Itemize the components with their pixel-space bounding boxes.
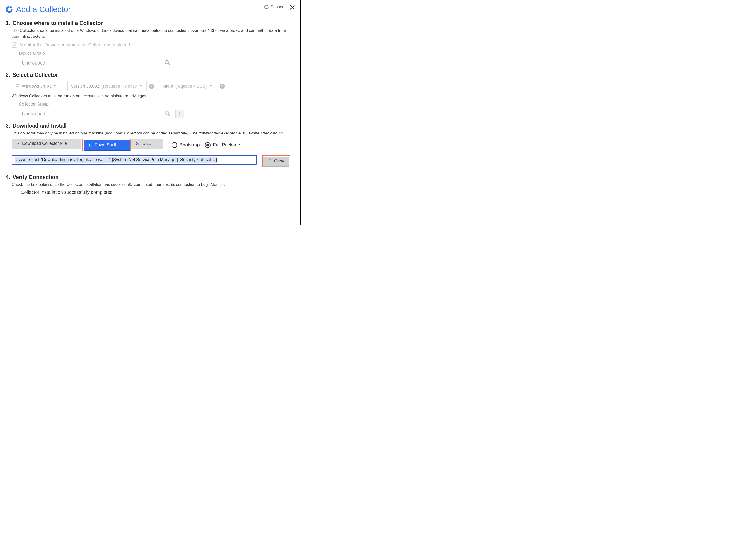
command-text: cls;write-host "Downloading installer, p… xyxy=(15,157,217,163)
step-4-heading: 4. Verify Connection xyxy=(6,174,295,180)
svg-rect-17 xyxy=(17,86,19,87)
svg-point-8 xyxy=(265,6,267,8)
support-label: Support xyxy=(271,5,284,9)
help-icon: ? xyxy=(221,84,223,88)
step-2-heading: 2. Select a Collector xyxy=(6,72,295,78)
radio-bootstrap-label: Bootstrap xyxy=(179,142,200,148)
checkbox-icon xyxy=(12,42,17,47)
device-group-select[interactable]: Ungrouped xyxy=(19,58,173,68)
step-2-num: 2. xyxy=(6,72,10,78)
plus-icon: + xyxy=(178,111,181,117)
copy-highlight: Copy xyxy=(262,155,290,167)
install-complete-label: Collector installation successfully comp… xyxy=(21,189,113,195)
brand: Add a Collector xyxy=(6,5,71,14)
checkbox-icon xyxy=(12,189,17,195)
page-title: Add a Collector xyxy=(16,5,71,14)
svg-line-13 xyxy=(169,63,170,64)
svg-point-12 xyxy=(166,61,168,63)
step-1-title: Choose where to install a Collector xyxy=(13,20,103,26)
monitor-device-label: Monitor the Device on which the Collecto… xyxy=(20,42,130,47)
dialog-header: Add a Collector Support xyxy=(6,5,295,14)
magnifier-icon xyxy=(165,111,170,117)
command-row: cls;write-host "Downloading installer, p… xyxy=(12,155,295,167)
chevron-down-icon xyxy=(209,84,213,89)
radio-full-label: Full Package xyxy=(213,142,240,148)
install-complete-checkbox[interactable]: Collector installation successfully comp… xyxy=(12,189,295,195)
size-select[interactable]: Nano (requires < 2GB) xyxy=(159,81,217,92)
step-4-num: 4. xyxy=(6,174,10,180)
step-1-num: 1. xyxy=(6,20,10,26)
url-label: URL xyxy=(142,141,151,146)
step-3-num: 3. xyxy=(6,123,10,129)
radio-icon xyxy=(172,142,177,148)
version-select[interactable]: Version 30.002 (Required Release xyxy=(67,81,146,92)
step-3-title: Download and Install xyxy=(13,123,67,129)
step-1-desc: The Collector should be installed on a W… xyxy=(12,28,288,39)
svg-rect-25 xyxy=(270,159,271,160)
copy-button[interactable]: Copy xyxy=(263,157,289,166)
step-1: 1. Choose where to install a Collector T… xyxy=(6,20,295,68)
terminal-icon xyxy=(136,142,140,145)
os-select[interactable]: Windows 64-bit xyxy=(12,81,62,92)
copy-label: Copy xyxy=(274,159,284,164)
radio-icon xyxy=(205,142,211,148)
svg-rect-14 xyxy=(16,84,17,85)
magnifier-icon xyxy=(165,60,170,66)
chevron-down-icon xyxy=(53,84,57,89)
device-group-label: Device Group xyxy=(19,51,295,56)
svg-point-19 xyxy=(166,112,168,114)
collector-group-label: Collector Group xyxy=(19,102,295,107)
check-icon xyxy=(13,43,16,47)
terminal-icon xyxy=(88,143,92,147)
chevron-down-icon xyxy=(139,84,143,89)
admin-note: Windows Collectors must be run on an acc… xyxy=(12,94,295,98)
step-3-desc-plain: This collector may only be installed on … xyxy=(12,131,191,135)
powershell-button[interactable]: PowerShell xyxy=(84,140,130,150)
version-label-a: Version 30.002 xyxy=(71,84,99,89)
support-icon xyxy=(264,5,269,9)
size-label-a: Nano xyxy=(163,84,173,89)
radio-full-package[interactable]: Full Package xyxy=(205,142,240,148)
step-3-heading: 3. Download and Install xyxy=(6,123,295,129)
radio-bootstrap[interactable]: Bootstrap xyxy=(172,142,200,148)
step-3-desc-italic: The downloaded executable will expire af… xyxy=(191,131,284,135)
command-input[interactable]: cls;write-host "Downloading installer, p… xyxy=(12,155,257,165)
help-icon: ? xyxy=(151,84,153,88)
step-4-desc: Check the box below once the Collector i… xyxy=(12,182,288,188)
brand-icon xyxy=(6,6,13,13)
collector-group-select[interactable]: Ungrouped xyxy=(19,108,173,119)
download-segmented: Download Collector File PowerShell xyxy=(12,139,162,152)
close-button[interactable] xyxy=(290,5,295,10)
package-radio-group: Bootstrap Full Package xyxy=(172,142,240,148)
powershell-label: PowerShell xyxy=(95,142,116,147)
download-file-label: Download Collector File xyxy=(22,141,67,146)
version-help[interactable]: ? xyxy=(149,84,154,89)
version-label-b: (Required Release xyxy=(101,84,137,89)
step-3-desc: This collector may only be installed on … xyxy=(12,131,288,136)
step-2: 2. Select a Collector Windows 64-bit xyxy=(6,72,295,119)
size-help[interactable]: ? xyxy=(220,84,225,89)
size-label-b: (requires < 2GB) xyxy=(175,84,207,89)
powershell-highlight: PowerShell xyxy=(82,139,131,152)
collector-group-value: Ungrouped xyxy=(22,111,45,117)
add-collector-group-button[interactable]: + xyxy=(175,109,184,118)
step-4-title: Verify Connection xyxy=(13,174,59,180)
svg-rect-15 xyxy=(17,84,19,85)
device-group-field: Device Group Ungrouped xyxy=(19,51,295,68)
windows-icon xyxy=(15,84,20,89)
url-button[interactable]: URL xyxy=(132,139,162,148)
os-label: Windows 64-bit xyxy=(22,84,51,89)
download-file-button[interactable]: Download Collector File xyxy=(12,139,81,148)
svg-line-20 xyxy=(169,114,170,115)
step-3: 3. Download and Install This collector m… xyxy=(6,123,295,167)
step-1-heading: 1. Choose where to install a Collector xyxy=(6,20,295,26)
step-4: 4. Verify Connection Check the box below… xyxy=(6,174,295,195)
svg-rect-16 xyxy=(16,86,17,87)
device-group-value: Ungrouped xyxy=(22,60,45,66)
monitor-device-checkbox: Monitor the Device on which the Collecto… xyxy=(12,42,295,47)
dialog-add-collector: Add a Collector Support xyxy=(0,0,301,225)
step-2-title: Select a Collector xyxy=(13,72,58,78)
clipboard-icon xyxy=(268,159,272,164)
download-icon xyxy=(16,142,20,145)
support-link[interactable]: Support xyxy=(264,5,284,9)
